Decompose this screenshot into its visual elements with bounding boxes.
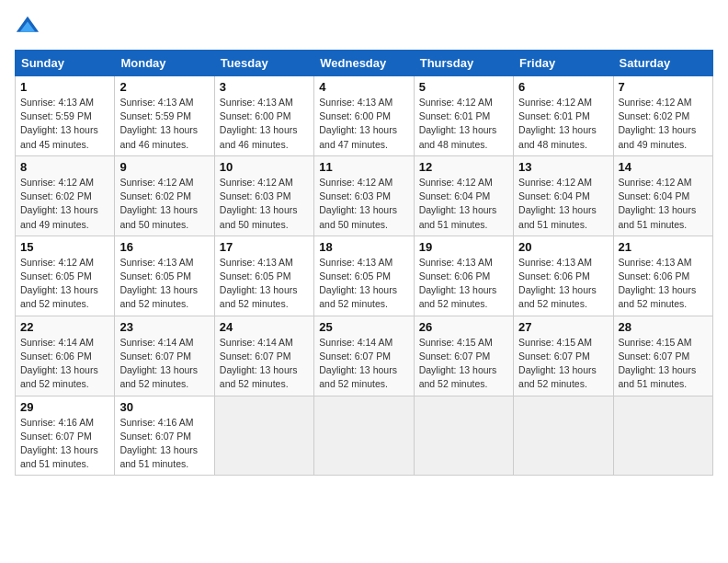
day-info: Sunrise: 4:12 AM Sunset: 6:04 PM Dayligh…: [419, 176, 508, 232]
day-number: 9: [119, 160, 209, 174]
calendar-cell: 5 Sunrise: 4:12 AM Sunset: 6:01 PM Dayli…: [414, 76, 513, 156]
day-info: Sunrise: 4:12 AM Sunset: 6:02 PM Dayligh…: [619, 96, 708, 152]
calendar-week-2: 8 Sunrise: 4:12 AM Sunset: 6:02 PM Dayli…: [16, 155, 713, 236]
day-number: 4: [319, 80, 408, 94]
day-number: 22: [20, 320, 109, 334]
calendar-table: SundayMondayTuesdayWednesdayThursdayFrid…: [15, 50, 713, 476]
calendar-cell: 1 Sunrise: 4:13 AM Sunset: 5:59 PM Dayli…: [16, 76, 115, 156]
day-info: Sunrise: 4:15 AM Sunset: 6:07 PM Dayligh…: [518, 336, 608, 392]
day-info: Sunrise: 4:16 AM Sunset: 6:07 PM Dayligh…: [119, 416, 209, 472]
day-info: Sunrise: 4:13 AM Sunset: 6:00 PM Dayligh…: [319, 96, 408, 152]
day-info: Sunrise: 4:15 AM Sunset: 6:07 PM Dayligh…: [619, 336, 708, 392]
day-number: 10: [220, 160, 309, 174]
day-info: Sunrise: 4:13 AM Sunset: 6:06 PM Dayligh…: [518, 256, 608, 312]
day-number: 8: [20, 160, 109, 174]
day-info: Sunrise: 4:12 AM Sunset: 6:02 PM Dayligh…: [119, 176, 209, 232]
page-header: [15, 15, 713, 40]
day-info: Sunrise: 4:15 AM Sunset: 6:07 PM Dayligh…: [419, 336, 508, 392]
day-info: Sunrise: 4:12 AM Sunset: 6:02 PM Dayligh…: [20, 176, 109, 232]
day-number: 21: [619, 240, 708, 254]
day-number: 16: [119, 240, 209, 254]
calendar-cell: [613, 396, 712, 476]
day-number: 13: [518, 160, 608, 174]
calendar-cell: 27 Sunrise: 4:15 AM Sunset: 6:07 PM Dayl…: [514, 316, 613, 396]
day-number: 6: [518, 80, 608, 94]
calendar-cell: 29 Sunrise: 4:16 AM Sunset: 6:07 PM Dayl…: [16, 396, 115, 476]
calendar-cell: 17 Sunrise: 4:13 AM Sunset: 6:05 PM Dayl…: [214, 236, 313, 316]
calendar-cell: 8 Sunrise: 4:12 AM Sunset: 6:02 PM Dayli…: [16, 155, 115, 236]
day-info: Sunrise: 4:13 AM Sunset: 6:05 PM Dayligh…: [319, 256, 408, 312]
day-number: 18: [319, 240, 408, 254]
calendar-week-3: 15 Sunrise: 4:12 AM Sunset: 6:05 PM Dayl…: [16, 236, 713, 316]
day-number: 26: [419, 320, 508, 334]
col-header-thursday: Thursday: [414, 51, 513, 76]
calendar-cell: [314, 396, 414, 476]
day-number: 15: [20, 240, 109, 254]
col-header-tuesday: Tuesday: [214, 51, 313, 76]
col-header-friday: Friday: [514, 51, 613, 76]
calendar-cell: 14 Sunrise: 4:12 AM Sunset: 6:04 PM Dayl…: [613, 155, 712, 236]
col-header-monday: Monday: [115, 51, 214, 76]
calendar-cell: 2 Sunrise: 4:13 AM Sunset: 5:59 PM Dayli…: [115, 76, 214, 156]
calendar-cell: 13 Sunrise: 4:12 AM Sunset: 6:04 PM Dayl…: [514, 155, 613, 236]
calendar-cell: 6 Sunrise: 4:12 AM Sunset: 6:01 PM Dayli…: [514, 76, 613, 156]
day-number: 25: [319, 320, 408, 334]
day-number: 3: [220, 80, 309, 94]
day-info: Sunrise: 4:13 AM Sunset: 5:59 PM Dayligh…: [20, 96, 109, 152]
day-info: Sunrise: 4:12 AM Sunset: 6:04 PM Dayligh…: [619, 176, 708, 232]
day-number: 28: [619, 320, 708, 334]
calendar-cell: [414, 396, 513, 476]
day-number: 30: [119, 400, 209, 414]
calendar-cell: 26 Sunrise: 4:15 AM Sunset: 6:07 PM Dayl…: [414, 316, 513, 396]
day-info: Sunrise: 4:12 AM Sunset: 6:05 PM Dayligh…: [20, 256, 109, 312]
day-number: 24: [220, 320, 309, 334]
calendar-cell: 12 Sunrise: 4:12 AM Sunset: 6:04 PM Dayl…: [414, 155, 513, 236]
calendar-cell: 18 Sunrise: 4:13 AM Sunset: 6:05 PM Dayl…: [314, 236, 414, 316]
day-info: Sunrise: 4:13 AM Sunset: 6:06 PM Dayligh…: [419, 256, 508, 312]
day-number: 20: [518, 240, 608, 254]
calendar-cell: 11 Sunrise: 4:12 AM Sunset: 6:03 PM Dayl…: [314, 155, 414, 236]
calendar-cell: 10 Sunrise: 4:12 AM Sunset: 6:03 PM Dayl…: [214, 155, 313, 236]
day-number: 17: [220, 240, 309, 254]
calendar-week-4: 22 Sunrise: 4:14 AM Sunset: 6:06 PM Dayl…: [16, 316, 713, 396]
day-info: Sunrise: 4:14 AM Sunset: 6:07 PM Dayligh…: [119, 336, 209, 392]
calendar-cell: 7 Sunrise: 4:12 AM Sunset: 6:02 PM Dayli…: [613, 76, 712, 156]
day-number: 27: [518, 320, 608, 334]
day-number: 1: [20, 80, 109, 94]
day-info: Sunrise: 4:12 AM Sunset: 6:03 PM Dayligh…: [220, 176, 309, 232]
day-number: 23: [119, 320, 209, 334]
day-number: 7: [619, 80, 708, 94]
day-info: Sunrise: 4:12 AM Sunset: 6:01 PM Dayligh…: [518, 96, 608, 152]
day-info: Sunrise: 4:14 AM Sunset: 6:07 PM Dayligh…: [220, 336, 309, 392]
calendar-week-5: 29 Sunrise: 4:16 AM Sunset: 6:07 PM Dayl…: [16, 396, 713, 476]
day-info: Sunrise: 4:12 AM Sunset: 6:03 PM Dayligh…: [319, 176, 408, 232]
calendar-cell: 4 Sunrise: 4:13 AM Sunset: 6:00 PM Dayli…: [314, 76, 414, 156]
day-info: Sunrise: 4:12 AM Sunset: 6:01 PM Dayligh…: [419, 96, 508, 152]
calendar-cell: 21 Sunrise: 4:13 AM Sunset: 6:06 PM Dayl…: [613, 236, 712, 316]
day-number: 12: [419, 160, 508, 174]
calendar-cell: 22 Sunrise: 4:14 AM Sunset: 6:06 PM Dayl…: [16, 316, 115, 396]
day-info: Sunrise: 4:14 AM Sunset: 6:07 PM Dayligh…: [319, 336, 408, 392]
calendar-cell: [214, 396, 313, 476]
day-info: Sunrise: 4:13 AM Sunset: 5:59 PM Dayligh…: [119, 96, 209, 152]
calendar-cell: 9 Sunrise: 4:12 AM Sunset: 6:02 PM Dayli…: [115, 155, 214, 236]
calendar-cell: 16 Sunrise: 4:13 AM Sunset: 6:05 PM Dayl…: [115, 236, 214, 316]
day-info: Sunrise: 4:13 AM Sunset: 6:05 PM Dayligh…: [220, 256, 309, 312]
day-info: Sunrise: 4:13 AM Sunset: 6:00 PM Dayligh…: [220, 96, 309, 152]
calendar-cell: 3 Sunrise: 4:13 AM Sunset: 6:00 PM Dayli…: [214, 76, 313, 156]
calendar-cell: 24 Sunrise: 4:14 AM Sunset: 6:07 PM Dayl…: [214, 316, 313, 396]
calendar-cell: 19 Sunrise: 4:13 AM Sunset: 6:06 PM Dayl…: [414, 236, 513, 316]
calendar-cell: 25 Sunrise: 4:14 AM Sunset: 6:07 PM Dayl…: [314, 316, 414, 396]
day-number: 2: [119, 80, 209, 94]
day-info: Sunrise: 4:12 AM Sunset: 6:04 PM Dayligh…: [518, 176, 608, 232]
calendar-week-1: 1 Sunrise: 4:13 AM Sunset: 5:59 PM Dayli…: [16, 76, 713, 156]
col-header-saturday: Saturday: [613, 51, 712, 76]
logo: [15, 15, 42, 40]
day-info: Sunrise: 4:13 AM Sunset: 6:05 PM Dayligh…: [119, 256, 209, 312]
day-info: Sunrise: 4:16 AM Sunset: 6:07 PM Dayligh…: [20, 416, 109, 472]
calendar-header-row: SundayMondayTuesdayWednesdayThursdayFrid…: [16, 51, 713, 76]
day-number: 11: [319, 160, 408, 174]
calendar-cell: 30 Sunrise: 4:16 AM Sunset: 6:07 PM Dayl…: [115, 396, 214, 476]
calendar-cell: 20 Sunrise: 4:13 AM Sunset: 6:06 PM Dayl…: [514, 236, 613, 316]
calendar-cell: 23 Sunrise: 4:14 AM Sunset: 6:07 PM Dayl…: [115, 316, 214, 396]
